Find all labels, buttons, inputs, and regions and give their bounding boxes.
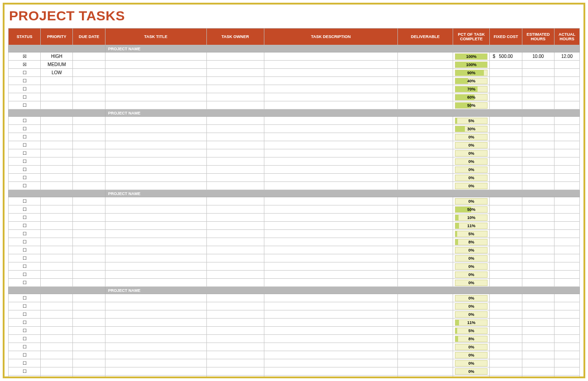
task-description-cell[interactable]: [264, 367, 397, 376]
deliverable-cell[interactable]: [397, 101, 453, 110]
col-deliverable[interactable]: DELIVERABLE: [397, 29, 453, 45]
task-owner-cell[interactable]: [206, 85, 264, 93]
task-title-cell[interactable]: [105, 52, 206, 61]
priority-cell[interactable]: [41, 254, 73, 262]
task-owner-cell[interactable]: [206, 335, 264, 343]
est-hours-cell[interactable]: [522, 376, 554, 379]
due-date-cell[interactable]: [73, 174, 105, 182]
est-hours-cell[interactable]: [522, 327, 554, 335]
fixed-cost-cell[interactable]: [490, 141, 522, 149]
fixed-cost-cell[interactable]: [490, 294, 522, 302]
task-owner-cell[interactable]: [206, 254, 264, 262]
pct-complete-cell[interactable]: 0%: [453, 376, 490, 379]
actual-hours-cell[interactable]: 12.00: [554, 52, 579, 61]
col-task-title[interactable]: TASK TITLE: [105, 29, 206, 45]
status-checkbox[interactable]: ☐: [9, 85, 41, 93]
deliverable-cell[interactable]: [397, 262, 453, 271]
actual-hours-cell[interactable]: [554, 214, 579, 222]
priority-cell[interactable]: [41, 279, 73, 287]
status-checkbox[interactable]: ☐: [9, 149, 41, 157]
task-description-cell[interactable]: [264, 230, 397, 238]
priority-cell[interactable]: [41, 343, 73, 351]
task-owner-cell[interactable]: [206, 214, 264, 222]
fixed-cost-cell[interactable]: [490, 367, 522, 376]
task-description-cell[interactable]: [264, 117, 397, 125]
pct-complete-cell[interactable]: 5%: [453, 327, 490, 335]
task-owner-cell[interactable]: [206, 310, 264, 319]
task-owner-cell[interactable]: [206, 166, 264, 174]
task-title-cell[interactable]: [105, 157, 206, 166]
due-date-cell[interactable]: [73, 205, 105, 214]
due-date-cell[interactable]: [73, 319, 105, 327]
deliverable-cell[interactable]: [397, 376, 453, 379]
due-date-cell[interactable]: [73, 271, 105, 279]
pct-complete-cell[interactable]: 40%: [453, 77, 490, 85]
est-hours-cell[interactable]: [522, 294, 554, 302]
est-hours-cell[interactable]: [522, 166, 554, 174]
task-owner-cell[interactable]: [206, 246, 264, 254]
est-hours-cell[interactable]: [522, 238, 554, 246]
actual-hours-cell[interactable]: [554, 367, 579, 376]
task-description-cell[interactable]: [264, 93, 397, 101]
est-hours-cell[interactable]: [522, 85, 554, 93]
task-description-cell[interactable]: [264, 61, 397, 69]
deliverable-cell[interactable]: [397, 141, 453, 149]
priority-cell[interactable]: [41, 271, 73, 279]
fixed-cost-cell[interactable]: [490, 214, 522, 222]
est-hours-cell[interactable]: [522, 246, 554, 254]
task-owner-cell[interactable]: [206, 376, 264, 379]
est-hours-cell[interactable]: [522, 367, 554, 376]
due-date-cell[interactable]: [73, 117, 105, 125]
task-description-cell[interactable]: [264, 335, 397, 343]
task-title-cell[interactable]: [105, 166, 206, 174]
task-title-cell[interactable]: [105, 335, 206, 343]
task-owner-cell[interactable]: [206, 302, 264, 310]
fixed-cost-cell[interactable]: [490, 351, 522, 359]
task-description-cell[interactable]: [264, 69, 397, 77]
task-title-cell[interactable]: [105, 197, 206, 205]
est-hours-cell[interactable]: [522, 302, 554, 310]
fixed-cost-cell[interactable]: [490, 230, 522, 238]
est-hours-cell[interactable]: [522, 69, 554, 77]
status-checkbox[interactable]: ☐: [9, 125, 41, 133]
pct-complete-cell[interactable]: 0%: [453, 302, 490, 310]
task-title-cell[interactable]: [105, 69, 206, 77]
task-title-cell[interactable]: [105, 93, 206, 101]
est-hours-cell[interactable]: [522, 359, 554, 367]
due-date-cell[interactable]: [73, 93, 105, 101]
fixed-cost-cell[interactable]: [490, 271, 522, 279]
task-owner-cell[interactable]: [206, 367, 264, 376]
col-due-date[interactable]: DUE DATE: [73, 29, 105, 45]
status-checkbox[interactable]: ☐: [9, 327, 41, 335]
fixed-cost-cell[interactable]: [490, 222, 522, 230]
priority-cell[interactable]: [41, 77, 73, 85]
est-hours-cell[interactable]: [522, 93, 554, 101]
est-hours-cell[interactable]: [522, 174, 554, 182]
task-description-cell[interactable]: [264, 343, 397, 351]
pct-complete-cell[interactable]: 0%: [453, 149, 490, 157]
priority-cell[interactable]: [41, 182, 73, 190]
task-owner-cell[interactable]: [206, 93, 264, 101]
col-est-hours[interactable]: ESTIMATED HOURS: [522, 29, 554, 45]
priority-cell[interactable]: [41, 85, 73, 93]
priority-cell[interactable]: [41, 327, 73, 335]
est-hours-cell[interactable]: [522, 141, 554, 149]
status-checkbox[interactable]: ☐: [9, 376, 41, 379]
due-date-cell[interactable]: [73, 335, 105, 343]
due-date-cell[interactable]: [73, 359, 105, 367]
due-date-cell[interactable]: [73, 343, 105, 351]
task-owner-cell[interactable]: [206, 279, 264, 287]
deliverable-cell[interactable]: [397, 351, 453, 359]
pct-complete-cell[interactable]: 0%: [453, 197, 490, 205]
priority-cell[interactable]: [41, 262, 73, 271]
priority-cell[interactable]: [41, 149, 73, 157]
due-date-cell[interactable]: [73, 61, 105, 69]
est-hours-cell[interactable]: [522, 182, 554, 190]
due-date-cell[interactable]: [73, 367, 105, 376]
due-date-cell[interactable]: [73, 52, 105, 61]
task-description-cell[interactable]: [264, 77, 397, 85]
pct-complete-cell[interactable]: 8%: [453, 335, 490, 343]
actual-hours-cell[interactable]: [554, 262, 579, 271]
pct-complete-cell[interactable]: 0%: [453, 141, 490, 149]
priority-cell[interactable]: [41, 376, 73, 379]
